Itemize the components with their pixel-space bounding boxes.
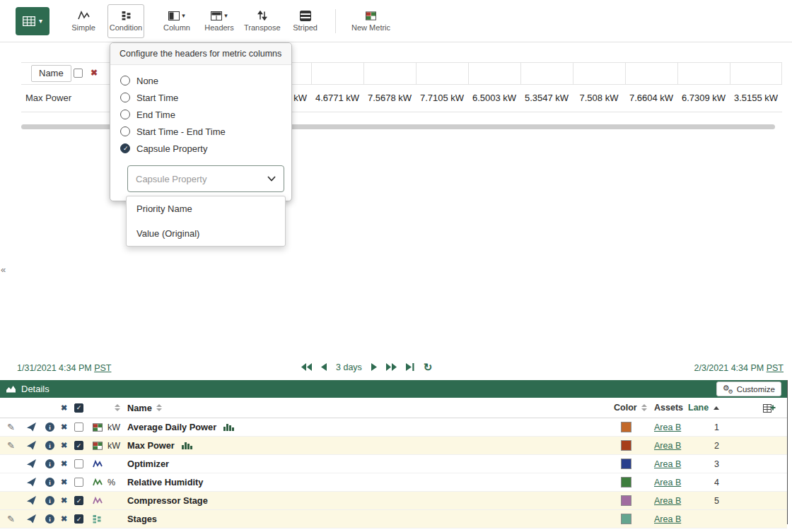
color-swatch[interactable] xyxy=(621,459,631,469)
column-header-assets[interactable]: Assets xyxy=(654,403,683,413)
item-name[interactable]: Stages xyxy=(127,514,157,524)
name-header-checkbox[interactable] xyxy=(74,69,83,78)
sort-lane-ascending-icon[interactable] xyxy=(714,406,719,410)
row-checkbox[interactable] xyxy=(74,514,83,524)
remove-icon[interactable]: ✖ xyxy=(61,478,67,486)
asset-link[interactable]: Area B xyxy=(654,514,681,524)
step-back-icon[interactable] xyxy=(321,363,327,371)
color-swatch[interactable] xyxy=(621,440,631,451)
menu-item[interactable]: Priority Name xyxy=(127,196,285,221)
radio-icon[interactable] xyxy=(120,143,130,153)
radio-option[interactable]: Capsule Property xyxy=(120,140,281,157)
toolbar-button-label: Striped xyxy=(293,23,318,32)
remove-icon[interactable]: ✖ xyxy=(61,423,67,431)
info-icon[interactable] xyxy=(45,496,54,505)
item-name[interactable]: Compressor Stage xyxy=(127,495,208,506)
details-header-row: ✖ Name Color Assets Lane xyxy=(0,398,787,418)
edit-icon[interactable]: ✎ xyxy=(7,514,15,524)
add-column-icon[interactable] xyxy=(763,403,776,413)
send-icon[interactable] xyxy=(27,496,36,505)
send-icon[interactable] xyxy=(27,478,36,487)
info-icon[interactable] xyxy=(45,459,54,468)
send-icon[interactable] xyxy=(27,459,36,468)
item-name[interactable]: Optimizer xyxy=(127,459,169,469)
send-icon[interactable] xyxy=(27,441,36,450)
toolbar-button-column[interactable]: ▾ Column xyxy=(158,4,195,38)
row-checkbox[interactable] xyxy=(74,478,83,487)
item-name[interactable]: Average Daily Power xyxy=(127,422,216,432)
radio-option[interactable]: Start Time xyxy=(120,89,281,106)
details-header-bar: Details ⚙⚙ Customize xyxy=(0,380,787,398)
toolbar-button-condition[interactable]: Condition xyxy=(107,4,144,38)
step-back-double-icon[interactable] xyxy=(301,363,312,371)
row-checkbox[interactable] xyxy=(74,441,83,450)
range-duration[interactable]: 3 days xyxy=(336,362,362,372)
remove-icon[interactable]: ✖ xyxy=(61,460,67,468)
column-header-name[interactable]: Name xyxy=(127,403,152,413)
sort-type-icon[interactable] xyxy=(115,404,120,411)
color-swatch[interactable] xyxy=(621,422,631,432)
name-column-header[interactable]: Name xyxy=(31,65,71,82)
capsule-property-select[interactable]: Capsule Property xyxy=(127,165,284,192)
asset-link[interactable]: Area B xyxy=(654,496,681,506)
menu-item[interactable]: Value (Original) xyxy=(127,221,285,246)
step-to-end-icon[interactable] xyxy=(406,363,414,371)
info-icon[interactable] xyxy=(45,422,54,432)
toolbar-button-headers[interactable]: ▾ Headers xyxy=(201,4,238,38)
row-checkbox[interactable] xyxy=(74,459,83,468)
metric-header-cell xyxy=(520,63,573,84)
info-icon[interactable] xyxy=(45,514,54,524)
column-header-color[interactable]: Color xyxy=(614,403,637,413)
radio-option[interactable]: None xyxy=(120,72,281,89)
column-header-lane[interactable]: Lane xyxy=(688,403,709,413)
row-checkbox[interactable] xyxy=(74,496,83,505)
toolbar-button-new-metric[interactable]: New Metric xyxy=(347,4,395,38)
remove-column-icon[interactable]: ✖ xyxy=(91,68,98,78)
radio-icon[interactable] xyxy=(120,76,130,85)
collapse-panel-handle[interactable]: « xyxy=(1,264,6,275)
chevron-down-icon xyxy=(267,176,276,182)
step-forward-icon[interactable] xyxy=(371,363,377,371)
remove-icon[interactable]: ✖ xyxy=(61,442,67,449)
color-swatch[interactable] xyxy=(621,514,631,524)
info-icon[interactable] xyxy=(45,478,54,487)
lane-value: 1 xyxy=(689,418,719,436)
details-title-label: Details xyxy=(21,384,50,394)
toolbar-button-simple[interactable]: Simple xyxy=(65,4,102,38)
edit-icon[interactable]: ✎ xyxy=(7,422,15,432)
remove-selected-icon[interactable]: ✖ xyxy=(61,404,67,412)
customize-button[interactable]: ⚙⚙ Customize xyxy=(716,382,781,396)
toolbar-button-striped[interactable]: Striped xyxy=(287,4,324,38)
timezone-link[interactable]: PST xyxy=(94,363,111,373)
refresh-icon[interactable]: ↻ xyxy=(424,362,433,372)
item-name[interactable]: Relative Humidity xyxy=(127,477,203,487)
send-icon[interactable] xyxy=(27,514,36,524)
step-forward-double-icon[interactable] xyxy=(386,363,397,371)
color-swatch[interactable] xyxy=(621,477,631,487)
unit-label: % xyxy=(107,473,126,491)
radio-icon[interactable] xyxy=(120,126,130,136)
chevron-down-icon: ▾ xyxy=(39,17,42,25)
sort-color-icon[interactable] xyxy=(641,404,647,411)
sort-name-icon[interactable] xyxy=(156,404,162,411)
edit-icon[interactable]: ✎ xyxy=(7,441,15,450)
table-type-dropdown-button[interactable]: ▾ xyxy=(16,7,50,35)
asset-link[interactable]: Area B xyxy=(654,441,681,451)
remove-icon[interactable]: ✖ xyxy=(61,497,67,504)
info-icon[interactable] xyxy=(45,441,54,450)
radio-icon[interactable] xyxy=(120,93,130,102)
send-icon[interactable] xyxy=(27,422,36,432)
asset-link[interactable]: Area B xyxy=(654,459,681,469)
color-swatch[interactable] xyxy=(621,495,631,506)
radio-option[interactable]: Start Time - End Time xyxy=(120,123,281,140)
select-all-checkbox[interactable] xyxy=(74,403,83,413)
asset-link[interactable]: Area B xyxy=(654,478,681,487)
toolbar-button-transpose[interactable]: Transpose xyxy=(243,4,281,38)
row-checkbox[interactable] xyxy=(74,422,83,432)
radio-icon[interactable] xyxy=(120,110,130,119)
timezone-link[interactable]: PST xyxy=(767,363,784,373)
asset-link[interactable]: Area B xyxy=(654,422,681,432)
radio-option[interactable]: End Time xyxy=(120,106,281,123)
item-name[interactable]: Max Power xyxy=(127,440,175,451)
remove-icon[interactable]: ✖ xyxy=(61,515,67,523)
